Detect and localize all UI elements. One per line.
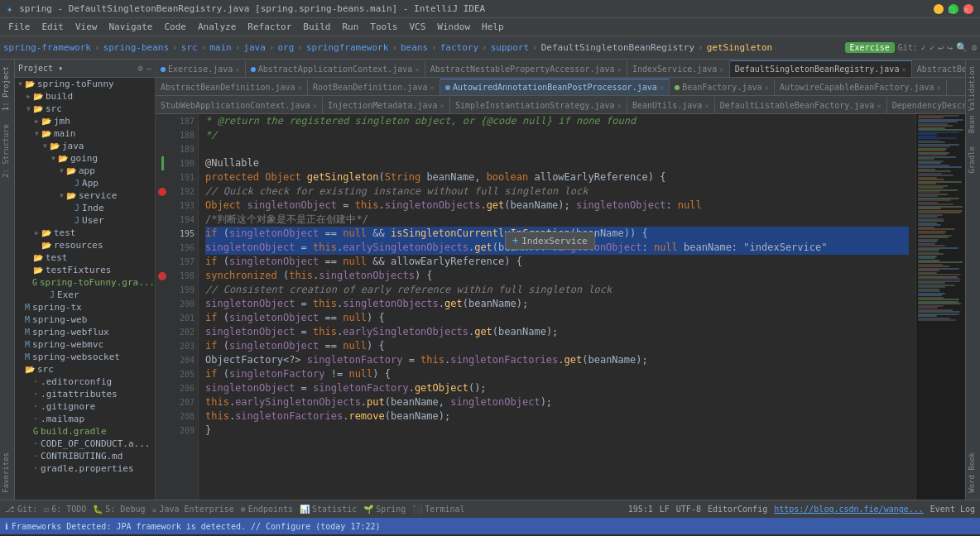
minimize-button[interactable]: — <box>934 4 944 14</box>
tree-item[interactable]: ·CODE_OF_CONDUCT.a... <box>15 438 155 450</box>
tree-item[interactable]: ▶📂jmh <box>15 115 155 127</box>
tab-close[interactable]: ✕ <box>440 102 444 110</box>
current-file-label[interactable]: DefaultSingletonBeanRegistry <box>541 42 694 53</box>
toolbar-search[interactable]: 🔍 <box>956 42 968 53</box>
tree-item[interactable]: JApp <box>15 177 155 189</box>
tree-item[interactable]: ▼📂java <box>15 140 155 152</box>
close-button[interactable]: ✕ <box>963 4 973 14</box>
tab-close[interactable]: ✕ <box>235 65 239 74</box>
code-area[interactable]: + IndexService * @return the registered … <box>199 114 915 500</box>
tab-dep-descriptor[interactable]: DependencyDescriptor.java ✕ <box>887 97 965 113</box>
tree-item[interactable]: ▼📂app <box>15 165 155 177</box>
toolbar-undo[interactable]: ↩ <box>938 42 944 54</box>
menu-window[interactable]: Window <box>432 20 475 34</box>
toolbar-redo[interactable]: ↪ <box>947 42 953 54</box>
tree-item[interactable]: Gbuild.gradle <box>15 425 155 438</box>
tab-close[interactable]: ✕ <box>298 84 302 92</box>
tab-abstract-bean-factory[interactable]: AbstractBeanFactory.java ✕ <box>912 60 965 77</box>
gradle-tab[interactable]: Gradle <box>966 140 980 180</box>
terminal-status[interactable]: ⬛ Terminal <box>412 505 464 514</box>
tree-item[interactable]: ▼📂service <box>15 189 155 202</box>
tree-item[interactable]: 📂test <box>15 251 155 264</box>
favorites-tab[interactable]: Favorites <box>0 446 14 500</box>
tree-item[interactable]: JUser <box>15 214 155 227</box>
org-label[interactable]: org <box>277 42 294 53</box>
tree-item[interactable]: ·.editorconfig <box>15 376 155 388</box>
tab-abstract-bean-def[interactable]: AbstractBeanDefinition.java ✕ <box>156 79 308 95</box>
tab-close[interactable]: ✕ <box>704 102 709 110</box>
tab-default-singleton[interactable]: DefaultSingletonBeanRegistry.java ✕ <box>730 60 912 77</box>
menu-vcs[interactable]: VCS <box>404 20 430 34</box>
debug-status[interactable]: 🐛 5: Debug <box>93 505 145 514</box>
tab-default-listable[interactable]: DefaultListableBeanFactory.java ✕ <box>715 97 887 113</box>
tab-close[interactable]: ✕ <box>937 84 941 92</box>
project-panel-collapse[interactable]: — <box>147 64 151 73</box>
tree-item[interactable]: 📂testFixtures <box>15 264 155 276</box>
menu-view[interactable]: View <box>70 20 103 34</box>
src-label[interactable]: src <box>181 42 198 53</box>
word-book-tab[interactable]: Word Book <box>966 446 980 500</box>
project-tree[interactable]: ▼📂spring-toFunny▶📂build▼📂src▶📂jmh▼📂main▼… <box>15 78 155 500</box>
tab-simple-inst[interactable]: SimpleInstantiationStrategy.java ✕ <box>450 97 627 113</box>
tab-injection[interactable]: InjectionMetadata.java ✕ <box>323 97 450 113</box>
tab-abstract-nestable[interactable]: AbstractNestablePropertyAccessor.java ✕ <box>425 60 627 77</box>
tab-bean-factory[interactable]: BeanFactory.java ✕ <box>670 79 775 95</box>
endpoints-status[interactable]: ⊕ Endpoints <box>241 505 293 514</box>
tab-close[interactable]: ✕ <box>901 65 906 74</box>
tab-close[interactable]: ✕ <box>877 102 881 110</box>
structure-tab[interactable]: 2: Structure <box>0 117 14 184</box>
menu-refactor[interactable]: Refactor <box>243 20 296 34</box>
menu-navigate[interactable]: Navigate <box>104 20 158 34</box>
tab-close[interactable]: ✕ <box>719 65 723 74</box>
tree-item[interactable]: Mspring-web <box>15 313 155 326</box>
tab-close[interactable]: ✕ <box>313 102 317 110</box>
tab-close[interactable]: ✕ <box>617 102 622 110</box>
menu-run[interactable]: Run <box>337 20 363 34</box>
tab-exercise[interactable]: Exercise.java ✕ <box>156 60 246 77</box>
tree-item[interactable]: 📂resources <box>15 239 155 251</box>
tree-item[interactable]: ·.mailmap <box>15 413 155 425</box>
beans-path-label[interactable]: beans <box>401 42 428 53</box>
blog-url[interactable]: https://blog.csdn.fie/wange... <box>774 505 924 514</box>
run-config-label[interactable]: Exercise <box>845 42 895 53</box>
tab-autowire-capable[interactable]: AutowireCapableBeanFactory.java ✕ <box>775 79 947 95</box>
factory-label[interactable]: factory <box>440 42 478 53</box>
support-label[interactable]: support <box>491 42 529 53</box>
method-label[interactable]: getSingleton <box>707 42 772 53</box>
tab-close[interactable]: ✕ <box>764 84 768 92</box>
tab-close[interactable]: ✕ <box>660 84 664 92</box>
project-tab[interactable]: 1: Project <box>0 60 14 117</box>
statistic-status[interactable]: 📊 Statistic <box>300 505 357 514</box>
springframework-label[interactable]: springframework <box>306 42 388 53</box>
tree-item[interactable]: ·gradle.properties <box>15 462 155 475</box>
tree-item[interactable]: Mspring-webmvc <box>15 338 155 351</box>
menu-edit[interactable]: Edit <box>37 20 70 34</box>
menu-help[interactable]: Help <box>477 20 509 34</box>
spring-status[interactable]: 🌱 Spring <box>363 505 406 514</box>
git-status[interactable]: ⎇ Git: <box>5 505 37 514</box>
tab-autowired-annotation[interactable]: AutowiredAnnotationBeanPostProcessor.jav… <box>440 79 670 95</box>
tree-item[interactable]: ·.gitignore <box>15 400 155 413</box>
tree-item[interactable]: ▼📂spring-toFunny <box>15 78 155 90</box>
tree-item[interactable]: ·.gitattributes <box>15 388 155 400</box>
tree-item[interactable]: Mspring-tx <box>15 301 155 313</box>
tab-abstract-app[interactable]: AbstractApplicationContext.java ✕ <box>246 60 425 77</box>
tab-close[interactable]: ✕ <box>415 65 419 74</box>
tree-item[interactable]: ▶📂build <box>15 90 155 103</box>
tree-item[interactable]: ▼📂src <box>15 103 155 115</box>
maximize-button[interactable]: □ <box>949 4 958 14</box>
window-controls[interactable]: — □ ✕ <box>934 4 973 14</box>
tab-stub-web[interactable]: StubWebApplicationContext.java ✕ <box>156 97 323 113</box>
toolbar-settings[interactable]: ⚙ <box>971 42 977 53</box>
tab-close[interactable]: ✕ <box>430 84 434 92</box>
event-log-label[interactable]: Event Log <box>930 505 975 514</box>
tab-close[interactable]: ✕ <box>617 65 622 74</box>
tree-item[interactable]: ▼📂going <box>15 152 155 165</box>
tree-item[interactable]: Mspring-websocket <box>15 351 155 363</box>
module-label[interactable]: spring-beans <box>103 42 169 53</box>
editor-config-label[interactable]: EditorConfig <box>708 505 767 514</box>
tab-bean-utils[interactable]: BeanUtils.java ✕ <box>627 97 715 113</box>
main-label[interactable]: main <box>209 42 232 53</box>
tree-item[interactable]: Mspring-webflux <box>15 326 155 338</box>
todo-status[interactable]: ☑ 6: TODO <box>44 505 86 514</box>
